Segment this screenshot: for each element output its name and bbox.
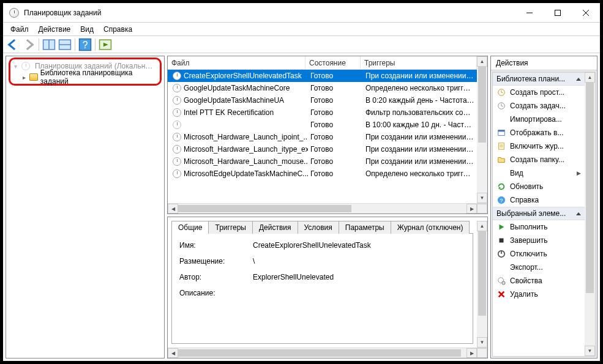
toolbar-help-button[interactable]: ?: [78, 37, 92, 52]
task-status: Готово: [308, 157, 363, 166]
task-list-body[interactable]: CreateExplorerShellUnelevatedTaskГотовоП…: [168, 70, 477, 203]
tree-root-node[interactable]: ▾ Планировщик заданий (Локальный): [12, 61, 156, 72]
menu-view[interactable]: Вид: [75, 24, 99, 35]
action-label: Свойства: [510, 277, 542, 285]
action-run[interactable]: Выполнить: [493, 220, 585, 234]
expand-icon[interactable]: ▸: [21, 74, 27, 81]
collapse-icon[interactable]: ▾: [13, 63, 19, 70]
task-icon: [173, 145, 181, 154]
none-icon: [496, 114, 506, 124]
tree-library-node[interactable]: ▸ Библиотека планировщика заданий: [12, 72, 156, 83]
details-vertical-scrollbar[interactable]: ▲ ▼: [477, 221, 487, 347]
action-label: Удалить: [510, 290, 538, 299]
action-help[interactable]: ?Справка: [493, 193, 585, 207]
task-name: Microsoft_Hardware_Launch_mouse...: [184, 157, 308, 166]
horizontal-scrollbar[interactable]: ◀ ▶: [168, 203, 487, 214]
action-label: Включить жур...: [510, 142, 564, 150]
task-trigger: Определено несколько триггеров: [363, 84, 477, 92]
action-delete[interactable]: Удалить: [493, 288, 585, 301]
action-import[interactable]: Импортирова...: [493, 113, 585, 126]
close-button[interactable]: [572, 3, 600, 23]
tab-settings[interactable]: Параметры: [339, 221, 391, 234]
action-create-basic[interactable]: Создать прост...: [493, 86, 585, 99]
task-row[interactable]: CreateExplorerShellUnelevatedTaskГотовоП…: [168, 70, 477, 82]
scroll-thumb[interactable]: [478, 67, 486, 143]
details-horizontal-scrollbar[interactable]: ◀ ▶: [168, 347, 487, 358]
scroll-left-button[interactable]: ◀: [168, 204, 178, 214]
action-enable-history[interactable]: Включить жур...: [493, 139, 585, 153]
action-properties[interactable]: Свойства: [493, 274, 585, 288]
minimize-button[interactable]: [515, 3, 544, 23]
scroll-down-button[interactable]: ▼: [477, 193, 487, 203]
action-view[interactable]: Вид▶: [493, 166, 585, 180]
task-icon: [173, 108, 181, 117]
maximize-button[interactable]: [544, 3, 572, 23]
task-row[interactable]: Microsoft_Hardware_Launch_mouse...Готово…: [168, 155, 477, 168]
stop-icon: [496, 236, 506, 245]
task-status: Готово: [308, 108, 363, 117]
column-header-triggers[interactable]: Триггеры: [361, 56, 477, 69]
collapse-icon: [576, 212, 581, 215]
menu-help[interactable]: Справка: [99, 24, 137, 35]
collapse-icon: [576, 78, 581, 81]
section-library-header[interactable]: Библиотека плани...: [493, 72, 585, 86]
action-label: Создать задач...: [510, 102, 566, 110]
toolbar-action-pane-button[interactable]: [42, 37, 56, 52]
task-trigger: При создании или изменении зад: [363, 157, 477, 166]
tab-triggers[interactable]: Триггеры: [208, 221, 253, 234]
task-scheduler-icon: [21, 62, 30, 70]
task-row[interactable]: GoogleUpdateTaskMachineUAГотовоВ 0:20 ка…: [168, 94, 477, 106]
column-header-file[interactable]: Файл: [168, 56, 305, 69]
section-selected-header[interactable]: Выбранный элеме...: [493, 207, 585, 220]
action-refresh[interactable]: Обновить: [493, 180, 585, 193]
task-name: MicrosoftEdgeUpdateTaskMachineC...: [184, 169, 308, 178]
task-row[interactable]: Microsoft_Hardware_Launch_itype_exeГотов…: [168, 143, 477, 155]
value-author: ExplorerShellUnelevated: [253, 273, 334, 281]
action-disable[interactable]: Отключить: [493, 247, 585, 261]
journal-icon: [496, 141, 506, 151]
navigation-tree[interactable]: ▾ Планировщик заданий (Локальный) ▸ Библ…: [6, 56, 165, 358]
task-row[interactable]: GoogleUpdateTaskMachineCoreГотовоОпредел…: [168, 82, 477, 94]
action-export[interactable]: Экспорт...: [493, 261, 585, 274]
task-row[interactable]: ГотовоВ 10:00 каждые 10 дн. - Частота по: [168, 119, 477, 131]
folder-icon: [29, 73, 37, 81]
label-name: Имя:: [179, 241, 253, 250]
nav-back-button[interactable]: [6, 37, 20, 52]
task-row[interactable]: Intel PTT EK RecertificationГотовоФильтр…: [168, 106, 477, 119]
task-name: Microsoft_Hardware_Launch_itype_exe: [184, 145, 308, 154]
actions-scrollbar[interactable]: ▲ ▼: [585, 72, 595, 356]
folder-icon: [496, 155, 506, 165]
task-status: Готово: [308, 96, 363, 105]
task-status: Готово: [308, 84, 363, 92]
action-show-running[interactable]: Отображать в...: [493, 126, 585, 139]
task-icon: [173, 121, 181, 129]
tree-root-label: Планировщик заданий (Локальный): [35, 62, 156, 70]
menu-action[interactable]: Действие: [34, 24, 76, 35]
toolbar-run-button[interactable]: [98, 37, 113, 52]
action-label: Отображать в...: [510, 128, 564, 137]
scroll-right-button[interactable]: ▶: [466, 204, 477, 214]
h-scroll-thumb[interactable]: [178, 205, 351, 212]
clock-orange-icon: [496, 87, 506, 97]
task-row[interactable]: MicrosoftEdgeUpdateTaskMachineC...Готово…: [168, 168, 477, 180]
scroll-up-button[interactable]: ▲: [477, 56, 487, 67]
tab-conditions[interactable]: Условия: [298, 221, 339, 234]
column-header-status[interactable]: Состояние: [305, 56, 361, 69]
tab-history[interactable]: Журнал (отключен): [391, 221, 470, 234]
submenu-arrow-icon: ▶: [577, 170, 581, 176]
toolbar-panel-button[interactable]: [58, 37, 72, 52]
action-end[interactable]: Завершить: [493, 234, 585, 247]
main-content: ▾ Планировщик заданий (Локальный) ▸ Библ…: [3, 53, 600, 361]
tab-general[interactable]: Общие: [171, 221, 209, 234]
task-trigger: В 0:20 каждый день - Частота повт: [363, 96, 477, 105]
task-row[interactable]: Microsoft_Hardware_Launch_ipoint_...Гото…: [168, 131, 477, 143]
action-new-folder[interactable]: Создать папку...: [493, 153, 585, 166]
action-create-task[interactable]: Создать задач...: [493, 99, 585, 113]
center-column: Файл Состояние Триггеры CreateExplorerSh…: [167, 56, 488, 358]
menu-file[interactable]: Файл: [6, 24, 34, 35]
task-icon: [173, 157, 181, 166]
vertical-scrollbar[interactable]: ▲ ▼: [477, 56, 487, 203]
tab-actions[interactable]: Действия: [252, 221, 298, 234]
task-icon: [173, 84, 181, 92]
nav-forward-button[interactable]: [21, 37, 36, 52]
